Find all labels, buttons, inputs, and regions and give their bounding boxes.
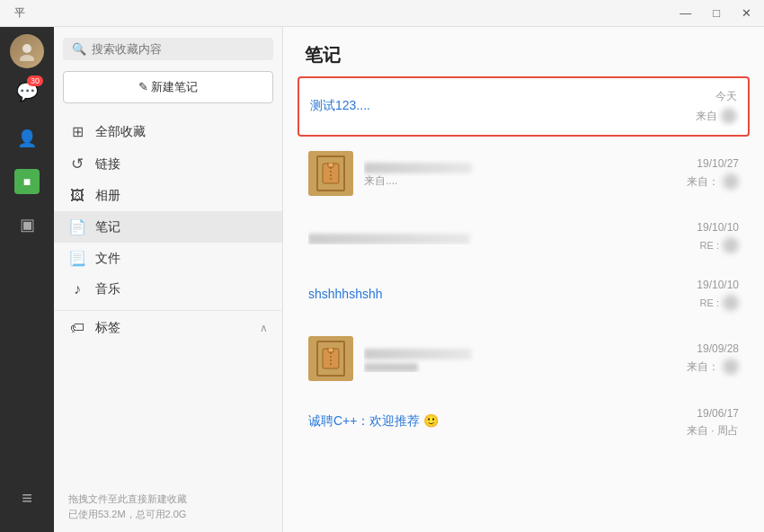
music-icon: ♪: [68, 281, 86, 297]
titlebar-controls: — □ ✕: [674, 4, 757, 22]
titlebar-text: 平: [14, 5, 25, 21]
note-body-3: [308, 230, 689, 244]
sidebar-item-note[interactable]: 📄 笔记: [54, 211, 282, 243]
note-blur-title-2: [364, 163, 472, 173]
source-label-6: 来自 · 周占: [687, 423, 739, 439]
sidebar-item-link[interactable]: ↺ 链接: [54, 147, 282, 181]
maximize-button[interactable]: □: [707, 4, 725, 22]
note-title-6: 诚聘C++：欢迎推荐 🙂: [308, 413, 680, 430]
icon-bar: 💬 30 👤 ■ ▣ ≡: [0, 27, 54, 532]
svg-point-1: [20, 55, 34, 61]
sidebar-item-file[interactable]: 📃 文件: [54, 243, 282, 274]
note-date-5: 19/09/28: [687, 342, 739, 355]
sidebar-item-file-label: 文件: [95, 251, 120, 267]
sidebar-item-link-label: 链接: [95, 156, 120, 173]
note-date-6: 19/06/17: [687, 407, 739, 420]
zip-thumb-2: [308, 151, 353, 196]
svg-rect-3: [328, 163, 333, 167]
folder-icon: ▣: [20, 215, 35, 235]
source-avatar-4: [723, 295, 739, 311]
note-body-4: shshhhshshh: [308, 287, 689, 303]
sidebar-item-all[interactable]: ⊞ 全部收藏: [54, 116, 282, 147]
note-blur-sub-5: [364, 363, 680, 372]
all-icon: ⊞: [68, 123, 86, 140]
search-input-wrap[interactable]: 🔍: [63, 38, 273, 60]
search-input[interactable]: [92, 42, 264, 56]
note-item-3[interactable]: 19/10/10 RE :: [298, 210, 750, 264]
tags-label: 标签: [95, 320, 120, 336]
contacts-icon: 👤: [17, 129, 37, 148]
zip-icon-2: [316, 155, 345, 191]
note-meta-5: 19/09/28 来自：: [687, 342, 739, 375]
note-source-2: 来自：: [687, 173, 739, 190]
footer-line1: 拖拽文件至此直接新建收藏: [68, 492, 268, 508]
source-label-2: 来自：: [687, 174, 719, 190]
note-meta-6: 19/06/17 来自 · 周占: [687, 407, 739, 439]
new-note-button[interactable]: ✎ 新建笔记: [63, 71, 273, 103]
chevron-up-icon: ∧: [260, 322, 268, 334]
note-title-4: shshhhshshh: [308, 287, 689, 301]
sidebar-item-tags[interactable]: 🏷 标签 ∧: [54, 313, 282, 343]
album-icon: 🖼: [68, 188, 86, 204]
new-note-label: ✎ 新建笔记: [138, 79, 199, 95]
note-title-1: 测试123....: [310, 98, 688, 114]
source-avatar-3: [723, 237, 739, 253]
note-item-2[interactable]: 来自.... 19/10/27 来自：: [298, 140, 750, 207]
note-item-4[interactable]: shshhhshshh 19/10/10 RE :: [298, 268, 750, 322]
sidebar-footer: 拖拽文件至此直接新建收藏 已使用53.2M，总可用2.0G: [54, 483, 282, 532]
svg-point-0: [22, 44, 31, 53]
titlebar: 平 — □ ✕: [0, 0, 764, 27]
chat-icon-btn[interactable]: 💬 30: [7, 72, 47, 111]
note-date-3: 19/10/10: [697, 221, 739, 234]
sidebar-item-all-label: 全部收藏: [95, 124, 146, 140]
note-meta-1: 今天 来自: [696, 89, 737, 124]
note-item-1[interactable]: 测试123.... 今天 来自: [298, 76, 750, 137]
contacts-icon-btn[interactable]: 👤: [7, 119, 47, 158]
cube-icon-btn[interactable]: ■: [14, 169, 40, 194]
divider: [54, 310, 282, 311]
svg-rect-6: [328, 348, 333, 352]
link-icon: ↺: [68, 155, 86, 173]
menu-icon: ≡: [22, 488, 32, 509]
search-icon: 🔍: [72, 42, 86, 56]
note-blur-title-3: [308, 234, 470, 244]
note-source-6: 来自 · 周占: [687, 423, 739, 439]
tags-icon: 🏷: [68, 320, 86, 336]
minimize-button[interactable]: —: [674, 4, 697, 22]
notes-list: 测试123.... 今天 来自: [283, 76, 764, 532]
page-title: 笔记: [283, 27, 764, 76]
note-date-4: 19/10/10: [697, 279, 739, 291]
content-area: 笔记 测试123.... 今天 来自: [283, 27, 764, 532]
note-item-6[interactable]: 诚聘C++：欢迎推荐 🙂 19/06/17 来自 · 周占: [298, 395, 750, 449]
source-label-1: 来自: [696, 109, 717, 124]
note-item-5[interactable]: 19/09/28 来自：: [298, 325, 750, 392]
note-body-2: 来自....: [364, 159, 680, 189]
file-icon: 📃: [68, 250, 86, 267]
cube-icon: ■: [23, 174, 31, 189]
note-meta-3: 19/10/10 RE :: [697, 221, 739, 253]
note-subtitle-2: 来自....: [364, 173, 680, 189]
close-button[interactable]: ✕: [736, 4, 757, 22]
note-meta-4: 19/10/10 RE :: [697, 279, 739, 311]
avatar[interactable]: [10, 34, 44, 68]
search-bar: 🔍: [54, 27, 282, 67]
menu-icon-btn[interactable]: ≡: [7, 478, 47, 518]
sidebar-item-album[interactable]: 🖼 相册: [54, 181, 282, 211]
re-label-4: RE :: [700, 297, 719, 308]
source-label-5: 来自：: [687, 359, 719, 375]
note-icon: 📄: [68, 218, 86, 235]
sidebar-item-music-label: 音乐: [95, 281, 120, 297]
note-date-2: 19/10/27: [687, 157, 739, 170]
note-source-3: RE :: [697, 237, 739, 253]
note-blur-title-5: [364, 349, 472, 359]
note-meta-2: 19/10/27 来自：: [687, 157, 739, 190]
chat-badge: 30: [27, 75, 43, 86]
main-layout: 💬 30 👤 ■ ▣ ≡ 🔍 ✎ 新建笔记: [0, 27, 764, 532]
source-avatar-1: [721, 108, 737, 124]
note-source-5: 来自：: [687, 359, 739, 375]
note-body-1: 测试123....: [310, 98, 688, 116]
sidebar-item-music[interactable]: ♪ 音乐: [54, 274, 282, 305]
icon-bar-bottom: ≡: [7, 474, 47, 521]
sidebar-item-album-label: 相册: [95, 188, 120, 204]
folder-icon-btn[interactable]: ▣: [7, 205, 47, 244]
